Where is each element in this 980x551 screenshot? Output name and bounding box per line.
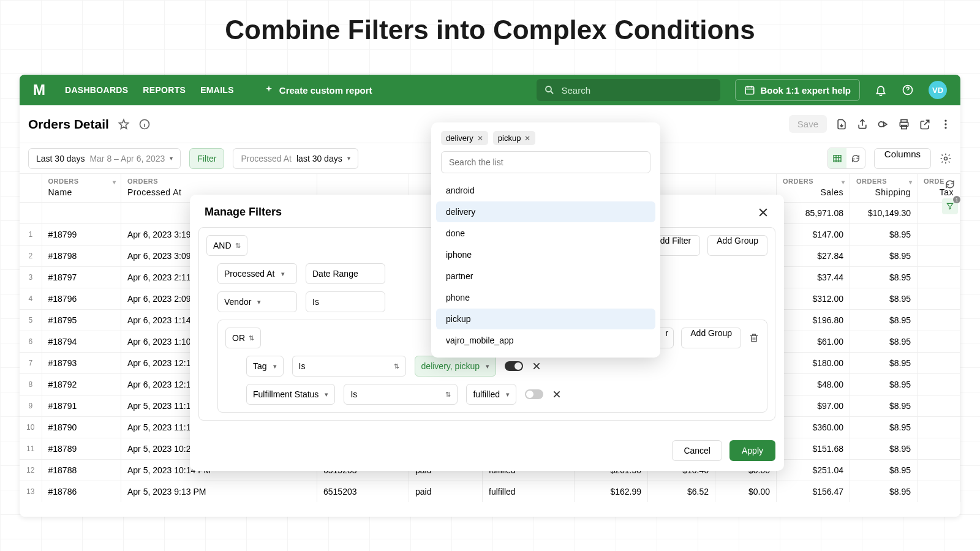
table-icon — [832, 154, 842, 163]
apply-button[interactable]: Apply — [729, 440, 775, 461]
operator-select[interactable]: Date Range — [306, 263, 385, 284]
logic-or-select[interactable]: OR — [225, 328, 261, 348]
app-logo: M — [33, 81, 45, 99]
modal-title: Manage Filters — [205, 206, 282, 219]
close-icon[interactable] — [757, 206, 769, 219]
tag-option[interactable]: phone — [436, 287, 655, 308]
range-dates: Mar 8 – Apr 6, 2023 — [89, 154, 165, 163]
create-custom-report[interactable]: Create custom report — [263, 84, 372, 96]
share-icon[interactable] — [856, 118, 869, 130]
remove-chip-icon[interactable]: ✕ — [477, 134, 483, 143]
filter-row-tag: Tag Is delivery, pickup — [225, 356, 760, 377]
operator-select[interactable]: Is — [306, 291, 385, 312]
download-icon[interactable] — [835, 118, 848, 130]
funnel-icon — [946, 202, 954, 211]
add-group-button-nested[interactable]: Add Group — [681, 328, 741, 348]
tag-option[interactable]: vajro_mobile_app — [436, 330, 655, 351]
refresh-icon[interactable] — [944, 179, 956, 190]
expert-label: Book 1:1 expert help — [760, 85, 851, 96]
book-expert-button[interactable]: Book 1:1 expert help — [735, 79, 860, 101]
filter-field: Processed At — [241, 154, 292, 163]
toggle[interactable] — [505, 361, 523, 371]
remove-chip-icon[interactable]: ✕ — [524, 134, 530, 143]
nav-dashboards[interactable]: DASHBOARDS — [65, 85, 128, 95]
value-select-tags[interactable]: delivery, pickup — [415, 356, 496, 377]
topbar: M DASHBOARDS REPORTS EMAILS Create custo… — [20, 75, 960, 105]
toggle[interactable] — [525, 389, 543, 399]
field-select[interactable]: Fulfillment Status — [246, 384, 335, 405]
remove-filter-icon[interactable] — [532, 361, 541, 371]
field-select[interactable]: Processed At — [217, 263, 297, 284]
search-box[interactable] — [537, 79, 720, 101]
filter-indicator[interactable]: 1 — [942, 198, 958, 214]
remove-filter-icon[interactable] — [552, 389, 562, 399]
total-shipping: $10,149.30 — [850, 203, 918, 224]
search-icon — [544, 84, 555, 96]
filter-button[interactable]: Filter — [189, 148, 224, 169]
cancel-button[interactable]: Cancel — [672, 440, 722, 461]
add-group-button[interactable]: Add Group — [707, 235, 767, 256]
tag-picker-popover: delivery ✕pickup ✕ androiddeliverydoneip… — [431, 122, 660, 358]
schedule-icon[interactable] — [877, 118, 889, 130]
calendar-icon — [744, 84, 755, 96]
refresh-view-toggle[interactable] — [846, 148, 865, 168]
nav-reports[interactable]: REPORTS — [143, 85, 186, 95]
date-range-selector[interactable]: Last 30 days Mar 8 – Apr 6, 2023 ▾ — [28, 148, 181, 169]
chevron-down-icon: ▾ — [347, 155, 350, 162]
sparkle-icon — [263, 84, 274, 96]
range-label: Last 30 days — [36, 154, 85, 163]
svg-point-8 — [944, 119, 946, 121]
gear-icon[interactable] — [940, 152, 952, 165]
nav-emails[interactable]: EMAILS — [200, 85, 234, 95]
chevron-down-icon: ▾ — [170, 155, 173, 162]
svg-point-4 — [879, 121, 884, 126]
page-title: Orders Detail — [28, 117, 109, 132]
tag-option[interactable]: delivery — [436, 201, 655, 222]
search-input[interactable] — [561, 85, 713, 96]
total-sales: 85,971.08 — [777, 203, 850, 224]
tag-option[interactable]: iphone — [436, 244, 655, 265]
trash-icon[interactable] — [748, 332, 760, 343]
table-row[interactable]: 13#18786Apr 5, 2023 9:13 PM 6515203paidf… — [20, 481, 960, 503]
tag-option[interactable]: pickup — [436, 309, 655, 329]
field-select[interactable]: Tag — [246, 356, 284, 377]
svg-point-9 — [944, 123, 946, 125]
svg-rect-11 — [834, 155, 841, 162]
filter-value: last 30 days — [296, 154, 342, 163]
logic-and-select[interactable]: AND — [206, 235, 247, 256]
hero-title: Combine Filters into Complex Conditions — [0, 0, 980, 75]
more-icon[interactable] — [940, 118, 952, 130]
selected-tag-chip[interactable]: delivery ✕ — [441, 131, 488, 145]
refresh-icon — [851, 154, 861, 163]
operator-select[interactable]: Is — [344, 384, 458, 405]
tag-option[interactable]: partner — [436, 266, 655, 287]
info-icon[interactable] — [138, 118, 151, 130]
value-select[interactable]: fulfilled — [466, 384, 516, 405]
columns-button[interactable]: Columns — [874, 148, 931, 169]
svg-rect-1 — [746, 87, 755, 94]
open-external-icon[interactable] — [919, 118, 931, 130]
operator-select[interactable]: Is — [292, 356, 406, 377]
svg-point-0 — [546, 86, 551, 92]
tag-option[interactable]: done — [436, 223, 655, 244]
right-rail: 1 — [940, 174, 960, 214]
filter-count-badge: 1 — [953, 196, 960, 203]
filter-row-fulfillment: Fulfillment Status Is fulfilled — [225, 384, 760, 405]
create-report-label: Create custom report — [279, 85, 372, 96]
save-button: Save — [789, 115, 827, 133]
bell-icon[interactable] — [875, 84, 887, 96]
svg-point-10 — [944, 127, 946, 129]
field-select[interactable]: Vendor — [217, 291, 297, 312]
table-view-toggle[interactable] — [828, 148, 846, 168]
print-icon[interactable] — [898, 118, 910, 130]
tag-option[interactable]: android — [436, 180, 655, 201]
view-toggle — [827, 148, 865, 169]
svg-point-12 — [944, 157, 948, 160]
user-avatar[interactable]: VD — [929, 81, 947, 99]
star-icon[interactable] — [118, 118, 130, 130]
selected-tag-chip[interactable]: pickup ✕ — [493, 131, 536, 145]
tag-search-input[interactable] — [441, 151, 650, 173]
help-icon[interactable] — [902, 84, 914, 96]
applied-filter-chip[interactable]: Processed At last 30 days ▾ — [233, 148, 358, 169]
